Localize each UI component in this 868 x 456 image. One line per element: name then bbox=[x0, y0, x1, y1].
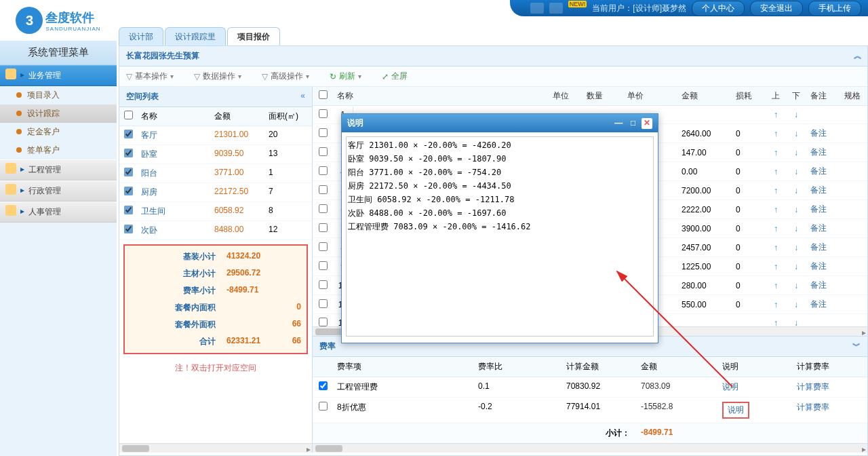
note-link[interactable]: 备注 bbox=[806, 181, 840, 200]
item-row-check[interactable] bbox=[319, 147, 328, 156]
fee-desc-link[interactable]: 说明 bbox=[722, 402, 749, 419]
move-up-icon[interactable]: ↑ bbox=[766, 297, 786, 313]
basic-ops-menu[interactable]: ▽基本操作▾ bbox=[126, 71, 174, 82]
note-link[interactable]: 备注 bbox=[806, 200, 840, 218]
data-ops-menu[interactable]: ▽数据操作▾ bbox=[194, 71, 241, 82]
move-down-icon[interactable]: ↓ bbox=[786, 183, 806, 199]
note-link[interactable]: 备注 bbox=[806, 295, 840, 314]
space-row[interactable]: 次卧8488.0012 bbox=[119, 221, 312, 240]
note-link[interactable]: 备注 bbox=[806, 219, 840, 238]
move-down-icon[interactable]: ↓ bbox=[786, 145, 806, 161]
profile-button[interactable]: 个人中心 bbox=[692, 1, 745, 16]
space-row[interactable]: 卧室9039.5013 bbox=[119, 145, 312, 164]
move-up-icon[interactable]: ↑ bbox=[766, 183, 786, 199]
move-down-icon[interactable]: ↓ bbox=[786, 202, 806, 218]
envelope-icon[interactable] bbox=[549, 3, 563, 14]
fee-calc-link[interactable]: 计算费率 bbox=[793, 398, 867, 423]
item-row-check[interactable] bbox=[319, 261, 328, 270]
item-row-check[interactable] bbox=[319, 223, 328, 232]
space-row[interactable]: 卫生间6058.928 bbox=[119, 202, 312, 221]
hscroll-fee[interactable]: ▸ bbox=[313, 443, 867, 453]
move-up-icon[interactable]: ↑ bbox=[766, 278, 786, 294]
fee-row-check[interactable] bbox=[319, 402, 328, 411]
space-row-check[interactable] bbox=[124, 168, 133, 176]
move-up-icon[interactable]: ↑ bbox=[766, 126, 786, 142]
item-row-check[interactable] bbox=[319, 318, 328, 326]
space-row-check[interactable] bbox=[124, 206, 133, 214]
item-row-check[interactable] bbox=[319, 204, 328, 213]
move-down-icon[interactable]: ↓ bbox=[786, 240, 806, 256]
description-textarea[interactable] bbox=[346, 136, 654, 337]
move-down-icon[interactable]: ↓ bbox=[786, 164, 806, 180]
move-up-icon[interactable]: ↑ bbox=[766, 240, 786, 256]
panel-collapse-icon[interactable]: « bbox=[300, 91, 305, 102]
move-up-icon[interactable]: ↑ bbox=[766, 164, 786, 180]
item-row-check[interactable] bbox=[319, 166, 328, 175]
item-row-check[interactable] bbox=[319, 128, 328, 137]
hscroll-left[interactable]: ▸ bbox=[119, 443, 312, 453]
note-link[interactable]: 备注 bbox=[806, 276, 840, 294]
move-down-icon[interactable]: ↓ bbox=[786, 297, 806, 313]
dialog-maximize-icon[interactable]: □ bbox=[627, 118, 639, 128]
sidebar-group[interactable]: ▸工程管理 bbox=[0, 159, 117, 180]
sidebar-group[interactable]: ▸人事管理 bbox=[0, 202, 117, 223]
fee-row-check[interactable] bbox=[319, 381, 328, 390]
move-up-icon[interactable]: ↑ bbox=[766, 107, 786, 123]
fee-row[interactable]: 8折优惠-0.277914.01 -15582.8说明 计算费率 bbox=[313, 398, 867, 423]
item-row-check[interactable] bbox=[319, 242, 328, 251]
logout-button[interactable]: 安全退出 bbox=[750, 1, 803, 16]
space-row[interactable]: 厨房22172.507 bbox=[119, 183, 312, 202]
move-down-icon[interactable]: ↓ bbox=[786, 126, 806, 142]
sidebar-item[interactable]: 定金客户 bbox=[0, 123, 117, 141]
tab[interactable]: 设计部 bbox=[119, 27, 163, 46]
space-row-check[interactable] bbox=[124, 149, 133, 157]
space-row-check[interactable] bbox=[124, 130, 133, 138]
note-link[interactable]: 备注 bbox=[806, 143, 840, 162]
move-up-icon[interactable]: ↑ bbox=[766, 202, 786, 218]
note-link[interactable] bbox=[806, 111, 840, 118]
move-up-icon[interactable]: ↑ bbox=[766, 221, 786, 237]
move-down-icon[interactable]: ↓ bbox=[786, 315, 806, 326]
item-check-all[interactable] bbox=[319, 90, 328, 99]
tab[interactable]: 项目报价 bbox=[227, 27, 280, 46]
space-row[interactable]: 阳台3771.001 bbox=[119, 164, 312, 183]
space-row-check[interactable] bbox=[124, 225, 133, 233]
adv-ops-menu[interactable]: ▽高级操作▾ bbox=[262, 71, 309, 82]
collapse-icon[interactable]: ︽ bbox=[854, 50, 862, 62]
note-link[interactable] bbox=[806, 320, 840, 326]
mail-icon[interactable] bbox=[530, 3, 544, 14]
move-up-icon[interactable]: ↑ bbox=[766, 145, 786, 161]
note-link[interactable]: 备注 bbox=[806, 124, 840, 142]
fee-desc-link[interactable]: 说明 bbox=[722, 382, 738, 392]
fee-calc-link[interactable]: 计算费率 bbox=[793, 377, 867, 397]
note-link[interactable]: 备注 bbox=[806, 238, 840, 256]
sidebar-group[interactable]: ▸业务管理 bbox=[0, 65, 117, 86]
fullscreen-button[interactable]: ⤢ 全屏 bbox=[382, 71, 408, 82]
item-row-check[interactable] bbox=[319, 185, 328, 194]
move-down-icon[interactable]: ↓ bbox=[786, 221, 806, 237]
move-up-icon[interactable]: ↑ bbox=[766, 259, 786, 275]
note-link[interactable]: 备注 bbox=[806, 162, 840, 180]
space-row-check[interactable] bbox=[124, 187, 133, 195]
dialog-minimize-icon[interactable]: — bbox=[612, 118, 625, 128]
sidebar-item[interactable]: 签单客户 bbox=[0, 141, 117, 159]
move-up-icon[interactable]: ↑ bbox=[766, 315, 786, 326]
fee-row[interactable]: 工程管理费0.170830.92 7083.09说明 计算费率 bbox=[313, 377, 867, 398]
space-row[interactable]: 客厅21301.0020 bbox=[119, 126, 312, 145]
move-down-icon[interactable]: ↓ bbox=[786, 259, 806, 275]
item-row-check[interactable] bbox=[319, 280, 328, 289]
tab[interactable]: 设计跟踪里 bbox=[165, 27, 226, 46]
move-down-icon[interactable]: ↓ bbox=[786, 278, 806, 294]
sidebar-group[interactable]: ▸行政管理 bbox=[0, 180, 117, 202]
item-row-check[interactable] bbox=[319, 299, 328, 308]
fee-collapse-icon[interactable]: ︾ bbox=[852, 341, 861, 352]
move-down-icon[interactable]: ↓ bbox=[786, 107, 806, 123]
refresh-button[interactable]: ↻ 刷新▾ bbox=[330, 71, 361, 82]
note-link[interactable]: 备注 bbox=[806, 257, 840, 276]
mobile-upload-button[interactable]: 手机上传 bbox=[808, 1, 861, 16]
sidebar-item[interactable]: 项目录入 bbox=[0, 86, 117, 104]
sidebar-item[interactable]: 设计跟踪 bbox=[0, 104, 117, 123]
item-row-check[interactable] bbox=[319, 109, 328, 118]
dialog-close-icon[interactable]: ✕ bbox=[642, 118, 652, 129]
space-check-all[interactable] bbox=[124, 111, 133, 119]
